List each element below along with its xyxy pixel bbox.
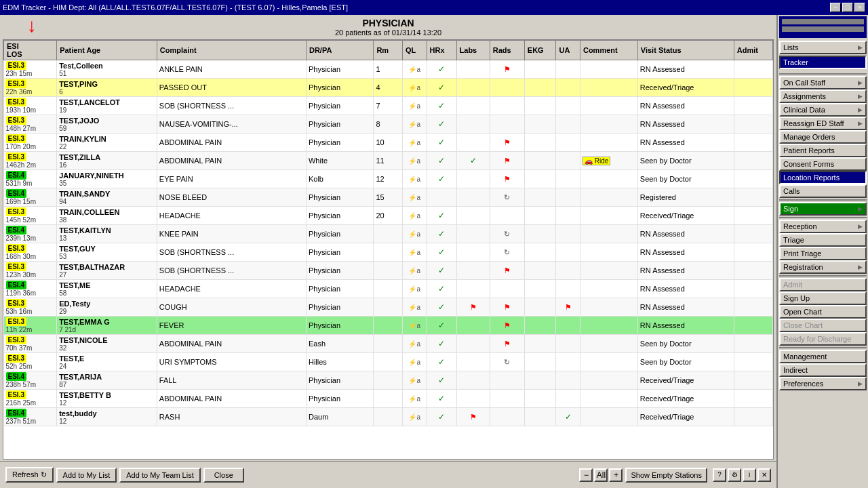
table-row[interactable]: ESI.4 238h 57m TEST,ARIJA 87 FALL Physic… — [4, 371, 773, 390]
zoom-plus-button[interactable]: + — [609, 468, 623, 482]
table-row[interactable]: ESI.3 11h 22m TEST,EMMA G 7 21d FEVER Ph… — [4, 317, 773, 335]
labs-cell — [456, 335, 490, 353]
esi-badge: ESI.3 — [6, 134, 26, 143]
patient-cell: TEST,GUY 53 — [57, 243, 157, 262]
esi-los-cell: ESI.3 216h 25m — [4, 390, 57, 408]
assignments-button[interactable]: Assignments ▶ — [779, 89, 867, 103]
clinical-data-button[interactable]: Clinical Data ▶ — [779, 103, 867, 117]
reception-button[interactable]: Reception ▶ — [779, 220, 867, 233]
ua-cell — [556, 188, 580, 207]
ql-cell: ⚡a — [403, 60, 427, 79]
ekg-cell — [524, 152, 556, 170]
minimize-button[interactable]: − — [830, 3, 841, 12]
location-reports-button[interactable]: Location Reports — [779, 171, 867, 184]
refresh-button[interactable]: Refresh ↻ — [5, 467, 54, 483]
table-row[interactable]: ESI.3 52h 25m TEST,E 24 URI SYMPTOMS Hil… — [4, 353, 773, 371]
table-row[interactable]: ESI.3 148h 27m TEST,JOJO 59 NAUSEA-VOMIT… — [4, 115, 773, 134]
hrx-cell: ✓ — [427, 60, 456, 79]
table-row[interactable]: ESI.3 70h 37m TEST,NICOLE 32 ABDOMINAL P… — [4, 335, 773, 353]
table-row[interactable]: ESI.3 193h 10m TEST,LANCELOT 19 SOB (SHO… — [4, 97, 773, 115]
status-cell: RN Assessed — [637, 280, 734, 298]
comment-cell — [580, 79, 637, 97]
ready-discharge-button[interactable]: Ready for Discharge — [779, 332, 867, 346]
management-button[interactable]: Management — [779, 350, 867, 363]
comment-cell: 🚗 Ride — [580, 152, 637, 170]
zoom-minus-button[interactable]: − — [579, 468, 593, 482]
print-triage-button[interactable]: Print Triage — [779, 247, 867, 260]
table-row[interactable]: ESI.3 123h 30m TEST,BALTHAZAR 27 SOB (SH… — [4, 262, 773, 280]
labs-cell: ⚑ — [456, 298, 490, 317]
reassign-ed-staff-button[interactable]: Reassign ED Staff ▶ — [779, 117, 867, 130]
table-row[interactable]: ESI.4 119h 36m TEST,ME 58 HEADACHE Physi… — [4, 280, 773, 298]
table-row[interactable]: ESI.3 168h 30m TEST,GUY 53 SOB (SHORTNES… — [4, 243, 773, 262]
maximize-button[interactable]: □ — [842, 3, 853, 12]
lists-button[interactable]: Lists ▶ — [779, 41, 867, 54]
comment-cell — [580, 243, 637, 262]
complaint-cell: KNEE PAIN — [157, 225, 306, 243]
status-cell: RN Assessed — [637, 115, 734, 134]
admit-cell — [734, 262, 772, 280]
registration-button[interactable]: Registration ▶ — [779, 260, 867, 274]
show-empty-stations-button[interactable]: Show Empty Stations — [625, 468, 707, 483]
preferences-button[interactable]: Preferences ▶ — [779, 377, 867, 390]
rads-cell: ↻ — [490, 353, 524, 371]
ql-cell: ⚡a — [403, 152, 427, 170]
table-row[interactable]: ESI.4 239h 13m TEST,KAITLYN 13 KNEE PAIN… — [4, 225, 773, 243]
labs-cell — [456, 170, 490, 188]
exit-button[interactable]: ✕ — [757, 468, 771, 482]
add-to-my-list-button[interactable]: Add to My List — [56, 468, 117, 483]
table-row[interactable]: ESI.3 170h 20m TRAIN,KYLIN 22 ABDOMINAL … — [4, 134, 773, 152]
info-button[interactable]: i — [743, 468, 756, 482]
table-row[interactable]: ESI.3 1462h 2m TEST,ZILLA 16 ABDOMINAL P… — [4, 152, 773, 170]
zoom-all-button[interactable]: All — [594, 468, 608, 482]
rm-cell: 7 — [374, 97, 403, 115]
complaint-cell: SOB (SHORTNESS ... — [157, 97, 306, 115]
table-row[interactable]: ESI.3 145h 52m TRAIN,COLLEEN 38 HEADACHE… — [4, 207, 773, 225]
sign-up-button[interactable]: Sign Up — [779, 291, 867, 305]
esi-los-cell: ESI.3 70h 37m — [4, 335, 57, 353]
open-chart-button[interactable]: Open Chart — [779, 305, 867, 319]
rm-cell — [374, 317, 403, 335]
table-row[interactable]: ESI.4 237h 51m test,buddy 12 RASH Daum ⚡… — [4, 408, 773, 426]
tracker-button[interactable]: Tracker — [779, 56, 867, 69]
patient-name: TEST,BETTY B — [59, 391, 155, 399]
patient-table-container: ESILOS Patient Age Complaint DR/PA Rm QL… — [3, 39, 774, 460]
comment-cell — [580, 188, 637, 207]
triage-button[interactable]: Triage — [779, 233, 867, 247]
consent-forms-button[interactable]: Consent Forms — [779, 157, 867, 171]
patient-name: TEST,ARIJA — [59, 373, 155, 381]
table-row[interactable]: ESI.4 169h 15m TRAIN,SANDY 94 NOSE BLEED… — [4, 188, 773, 207]
table-row[interactable]: ESI.4 531h 9m JANUARY,NINETH 35 EYE PAIN… — [4, 170, 773, 188]
close-chart-button[interactable]: Close Chart — [779, 319, 867, 332]
help-button[interactable]: ? — [713, 468, 726, 482]
comment-cell — [580, 170, 637, 188]
table-row[interactable]: ESI.3 216h 25m TEST,BETTY B 12 ABDOMINAL… — [4, 390, 773, 408]
admit-button[interactable]: Admit — [779, 278, 867, 291]
ql-cell: ⚡a — [403, 353, 427, 371]
ua-cell — [556, 371, 580, 390]
ua-cell — [556, 225, 580, 243]
table-row[interactable]: ESI.3 53h 16m ED,Testy 29 COUGH Physicia… — [4, 298, 773, 317]
sidebar-divider-5 — [779, 347, 867, 348]
indirect-button[interactable]: Indirect — [779, 363, 867, 377]
th-ql: QL — [403, 41, 427, 60]
los-text: 22h 36m — [6, 88, 55, 96]
labs-cell — [456, 390, 490, 408]
table-row[interactable]: ESI.3 23h 15m Test,Colleen 51 ANKLE PAIN… — [4, 60, 773, 79]
close-button[interactable]: × — [854, 3, 865, 12]
manage-orders-button[interactable]: Manage Orders — [779, 130, 867, 144]
rm-cell — [374, 390, 403, 408]
on-call-staff-button[interactable]: On Call Staff ▶ — [779, 76, 867, 89]
table-row[interactable]: ESI.3 22h 36m TEST,PING 6 PASSED OUT Phy… — [4, 79, 773, 97]
calls-button[interactable]: Calls — [779, 184, 867, 198]
settings-button[interactable]: ⚙ — [728, 468, 741, 482]
close-button-toolbar[interactable]: Close — [203, 468, 244, 483]
patient-reports-button[interactable]: Patient Reports — [779, 144, 867, 157]
complaint-cell: FEVER — [157, 317, 306, 335]
los-text: 119h 36m — [6, 289, 55, 297]
table-header-row: ESILOS Patient Age Complaint DR/PA Rm QL… — [4, 41, 773, 60]
add-all-charts-button[interactable]: Add to My Team List — [119, 468, 200, 483]
admit-cell — [734, 335, 772, 353]
hrx-cell: ✓ — [427, 97, 456, 115]
sign-button[interactable]: Sign ▶ — [779, 202, 867, 216]
